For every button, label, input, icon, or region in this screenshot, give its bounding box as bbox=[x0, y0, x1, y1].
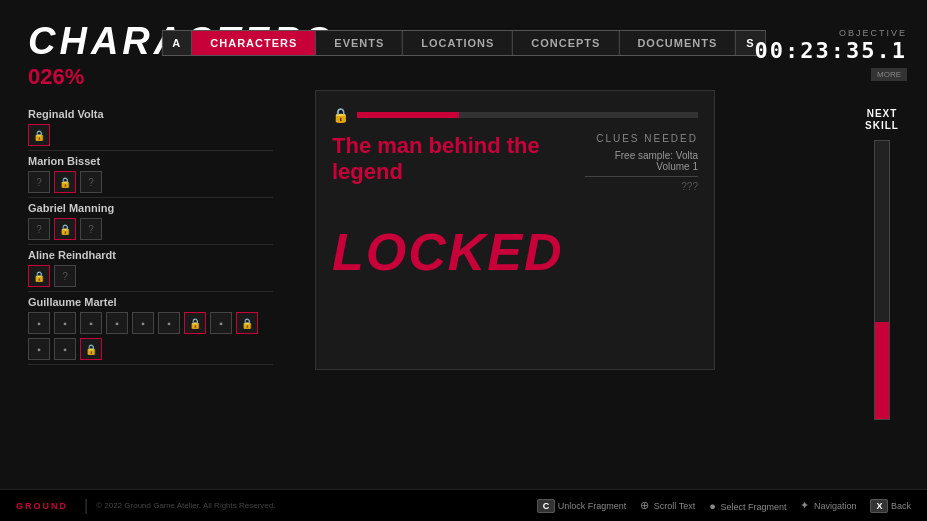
character-entry-gabriel: Gabriel Manning ? 🔒 ? bbox=[28, 202, 273, 245]
char-icon-q1[interactable]: ? bbox=[28, 218, 50, 240]
character-entry-marion: Marion Bisset ? 🔒 ? bbox=[28, 155, 273, 198]
char-icon-q2[interactable]: ? bbox=[80, 218, 102, 240]
char-icon-3[interactable]: ▪ bbox=[80, 312, 102, 334]
tab-events[interactable]: EVENTS bbox=[316, 31, 403, 55]
panel-header: 🔒 bbox=[332, 107, 698, 123]
char-icon-q1[interactable]: ? bbox=[54, 265, 76, 287]
nav-btn-a[interactable]: A bbox=[162, 31, 192, 55]
char-icon-locked[interactable]: 🔒 bbox=[54, 218, 76, 240]
char-icon-8[interactable]: ▪ bbox=[28, 338, 50, 360]
objective-box: OBJECTIVE 00:23:35.1 MORE bbox=[755, 28, 907, 81]
progress-bar bbox=[357, 112, 698, 118]
clue-1: Free sample: Volta Volume 1 bbox=[585, 150, 698, 177]
tab-concepts[interactable]: CONCEPTS bbox=[513, 31, 619, 55]
brand-logo: GROUND bbox=[16, 501, 68, 511]
char-icon-7[interactable]: ▪ bbox=[210, 312, 232, 334]
completion-percentage: 026% bbox=[28, 64, 334, 90]
panel-title: The man behind the legend bbox=[332, 133, 585, 186]
char-icon-locked[interactable]: 🔒 bbox=[28, 124, 50, 146]
ctrl-unlock-label: Unlock Fragment bbox=[558, 501, 627, 511]
char-icon-2[interactable]: ▪ bbox=[54, 312, 76, 334]
separator: | bbox=[84, 497, 88, 515]
bottom-bar: GROUND | © 2022 Ground Game Atelier. All… bbox=[0, 489, 927, 521]
skill-bar-container: NEXTSKILL bbox=[857, 108, 907, 420]
timer-display: 00:23:35.1 bbox=[755, 38, 907, 63]
char-name-guillaume: Guillaume Martel bbox=[28, 296, 273, 308]
char-icon-9[interactable]: ▪ bbox=[54, 338, 76, 360]
ctrl-scroll-label: Scroll Text bbox=[654, 501, 695, 511]
bottom-controls: C Unlock Fragment ⊕ Scroll Text ● Select… bbox=[537, 499, 911, 512]
character-entry-guillaume: Guillaume Martel ▪ ▪ ▪ ▪ ▪ ▪ 🔒 ▪ 🔒 ▪ ▪ 🔒 bbox=[28, 296, 273, 365]
progress-bar-fill bbox=[357, 112, 459, 118]
char-name-aline: Aline Reindhardt bbox=[28, 249, 273, 261]
ctrl-back-label: Back bbox=[891, 501, 911, 511]
ctrl-select: ● Select Fragment bbox=[709, 500, 786, 512]
tab-documents[interactable]: DOCUMENTS bbox=[619, 31, 736, 55]
ctrl-select-label: Select Fragment bbox=[720, 502, 786, 512]
char-icon-q1[interactable]: ? bbox=[28, 171, 50, 193]
tab-locations[interactable]: LOCATIONS bbox=[403, 31, 513, 55]
char-icons-aline: 🔒 ? bbox=[28, 265, 273, 287]
ctrl-unlock: C Unlock Fragment bbox=[537, 501, 627, 511]
more-button[interactable]: MORE bbox=[871, 68, 907, 81]
char-icon-locked3[interactable]: 🔒 bbox=[80, 338, 102, 360]
character-entry-reginald: Reginald Volta 🔒 bbox=[28, 108, 273, 151]
char-icon-locked1[interactable]: 🔒 bbox=[184, 312, 206, 334]
char-icon-5[interactable]: ▪ bbox=[132, 312, 154, 334]
char-icon-locked[interactable]: 🔒 bbox=[28, 265, 50, 287]
tab-characters[interactable]: CHARACTERS bbox=[192, 31, 316, 55]
clues-section: CLUES NEEDED Free sample: Volta Volume 1… bbox=[585, 133, 698, 192]
skill-bar-track bbox=[874, 140, 890, 420]
char-icon-locked[interactable]: 🔒 bbox=[54, 171, 76, 193]
char-icon-4[interactable]: ▪ bbox=[106, 312, 128, 334]
detail-panel: 🔒 The man behind the legend CLUES NEEDED… bbox=[315, 90, 715, 370]
select-icon: ● bbox=[709, 500, 716, 512]
char-icons-marion: ? 🔒 ? bbox=[28, 171, 273, 193]
skill-bar-fill bbox=[875, 322, 889, 419]
key-x: X bbox=[870, 499, 888, 513]
char-icon-q2[interactable]: ? bbox=[80, 171, 102, 193]
ctrl-back: X Back bbox=[870, 501, 911, 511]
scroll-icon: ⊕ bbox=[640, 499, 649, 511]
key-c: C bbox=[537, 499, 556, 513]
char-icon-1[interactable]: ▪ bbox=[28, 312, 50, 334]
char-name-marion: Marion Bisset bbox=[28, 155, 273, 167]
nav-icon: ✦ bbox=[800, 499, 809, 511]
ctrl-nav-label: Navigation bbox=[814, 501, 857, 511]
ctrl-scroll: ⊕ Scroll Text bbox=[640, 499, 695, 512]
char-name-gabriel: Gabriel Manning bbox=[28, 202, 273, 214]
copyright-text: © 2022 Ground Game Atelier. All Rights R… bbox=[96, 501, 537, 510]
char-icon-locked2[interactable]: 🔒 bbox=[236, 312, 258, 334]
character-entry-aline: Aline Reindhardt 🔒 ? bbox=[28, 249, 273, 292]
char-icons-gabriel: ? 🔒 ? bbox=[28, 218, 273, 240]
top-navigation: A CHARACTERS EVENTS LOCATIONS CONCEPTS D… bbox=[161, 30, 765, 56]
char-icons-guillaume: ▪ ▪ ▪ ▪ ▪ ▪ 🔒 ▪ 🔒 ▪ ▪ 🔒 bbox=[28, 312, 273, 360]
character-sidebar: Reginald Volta 🔒 Marion Bisset ? 🔒 ? Gab… bbox=[28, 108, 273, 369]
ctrl-nav: ✦ Navigation bbox=[800, 499, 856, 512]
clue-2: ??? bbox=[585, 181, 698, 192]
char-name-reginald: Reginald Volta bbox=[28, 108, 273, 120]
clues-label: CLUES NEEDED bbox=[585, 133, 698, 144]
char-icon-6[interactable]: ▪ bbox=[158, 312, 180, 334]
next-skill-label: NEXTSKILL bbox=[865, 108, 899, 132]
locked-text: LOCKED bbox=[332, 222, 698, 282]
panel-lock-icon: 🔒 bbox=[332, 107, 349, 123]
char-icons-reginald: 🔒 bbox=[28, 124, 273, 146]
objective-label: OBJECTIVE bbox=[755, 28, 907, 38]
